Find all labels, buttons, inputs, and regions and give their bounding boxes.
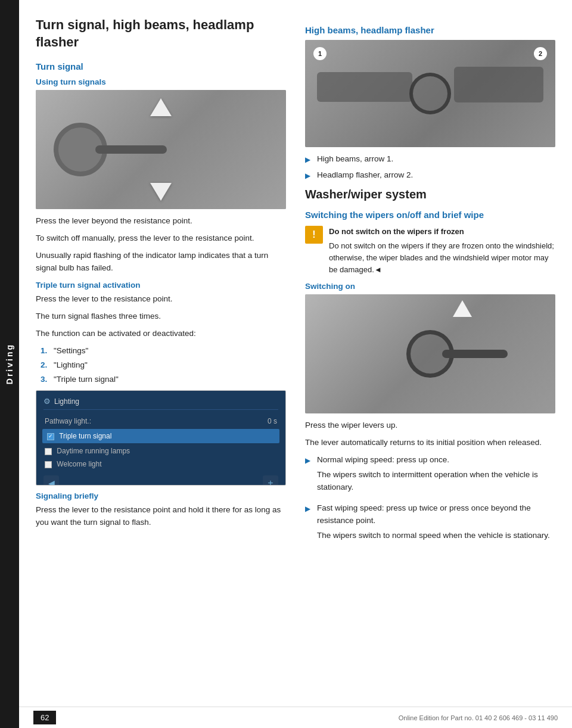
- warning-text-title: Do not switch on the wipers if frozen: [329, 226, 555, 238]
- switching-on-heading: Switching on: [305, 282, 555, 291]
- wiper-bullet-2: ▶ Fast wiping speed: press up twice or p…: [305, 502, 555, 547]
- subsection-using-turn-signals: Using turn signals: [36, 77, 286, 86]
- warning-icon: !: [305, 226, 323, 244]
- wiper-image-inner: [305, 294, 555, 413]
- screen-nav-left[interactable]: ◀: [43, 475, 59, 486]
- checkbox-empty-2: [45, 461, 52, 468]
- hb-image-inner: 1 2: [305, 40, 555, 147]
- list-item-3: 3. "Triple turn signal": [41, 374, 286, 385]
- wiper-bullet-1: ▶ Normal wiping speed: press up once. Th…: [305, 454, 555, 499]
- turn-signal-image-inner: [36, 90, 286, 209]
- hb-label-1: 1: [313, 47, 327, 60]
- high-beams-section: High beams, headlamp flasher 1 2 ▶ High …: [305, 25, 555, 182]
- triple-body1: Press the lever to the resistance point.: [36, 293, 286, 306]
- page-footer: 62 Online Edition for Part no. 01 40 2 6…: [19, 707, 572, 728]
- page-number: 62: [33, 711, 56, 724]
- triple-signal-label: Triple turn signal: [59, 432, 111, 440]
- daytime-row-content: Daytime running lamps: [45, 447, 130, 455]
- list-text-3: "Triple turn signal": [54, 374, 119, 385]
- hb-wheel-decor: [409, 73, 451, 114]
- list-num-1: 1.: [41, 345, 49, 357]
- screen-welcome-row: Welcome light: [43, 458, 278, 471]
- wiper-bullet-sub-2: The wipers switch to normal speed when t…: [317, 530, 555, 542]
- wiper-bullet-text-1: Normal wiping speed: press up once.: [317, 455, 449, 464]
- wiper-arrow-up-decor: [453, 300, 472, 317]
- hb-bullet-text-2: Headlamp flasher, arrow 2.: [317, 169, 413, 182]
- hb-col-decor-2: [454, 67, 543, 102]
- list-text-1: "Settings": [54, 345, 88, 357]
- screen-image: ⚙ Lighting Pathway light.: 0 s Triple tu…: [36, 390, 286, 486]
- warning-text-body: Do not switch on the wipers if they are …: [329, 240, 555, 276]
- list-text-2: "Lighting": [54, 359, 88, 371]
- wiper-main-heading: Washer/wiper system: [305, 188, 555, 201]
- sidebar-label: Driving: [5, 343, 14, 384]
- turn-signal-image: [36, 90, 286, 209]
- screen-triple-row: Triple turn signal: [47, 432, 275, 440]
- sidebar: Driving: [0, 0, 19, 728]
- high-beams-heading: High beams, headlamp flasher: [305, 25, 555, 35]
- triple-body2: The turn signal flashes three times.: [36, 310, 286, 323]
- section-turn-signal-heading: Turn signal: [36, 61, 286, 71]
- screen-row-pathway: Pathway light.: 0 s: [43, 415, 278, 428]
- wiper-image: [305, 294, 555, 413]
- arrow-down-decor: [150, 183, 172, 201]
- numbered-list: 1. "Settings" 2. "Lighting" 3. "Triple t…: [41, 345, 286, 386]
- screen-daytime-row: Daytime running lamps: [43, 444, 278, 458]
- turn-signal-body3: Unusually rapid flashing of the indicato…: [36, 250, 286, 275]
- screen-title: Lighting: [54, 397, 79, 406]
- screen-checkbox-checked: Triple turn signal: [47, 432, 111, 440]
- subsection-triple-activation: Triple turn signal activation: [36, 281, 286, 290]
- turn-signal-body2: To switch off manually, press the lever …: [36, 232, 286, 245]
- page-title: Turn signal, high beams, headlamp flashe…: [36, 17, 286, 51]
- bullet-arrow-icon-2: ▶: [305, 170, 312, 182]
- turn-signal-section: Turn signal Using turn signals Press the…: [36, 61, 286, 529]
- hb-label-2: 2: [534, 47, 547, 60]
- lever-stick-decor: [95, 145, 167, 154]
- left-column: Turn signal, high beams, headlamp flashe…: [36, 17, 286, 552]
- wiper-section: Washer/wiper system Switching the wipers…: [305, 188, 555, 547]
- wiper-bullet-text-2: Fast wiping speed: press up twice or pre…: [317, 503, 531, 525]
- wiper-body2: The lever automatically returns to its i…: [305, 437, 555, 449]
- screen-nav-plus[interactable]: +: [263, 475, 278, 486]
- wiper-bullet-content-2: Fast wiping speed: press up twice or pre…: [317, 502, 555, 547]
- screen-nav-row: ◀ +: [43, 475, 278, 486]
- welcome-row-content: Welcome light: [45, 460, 101, 468]
- screen-content: ⚙ Lighting Pathway light.: 0 s Triple tu…: [36, 391, 285, 485]
- subsection-signaling-briefly: Signaling briefly: [36, 491, 286, 500]
- wiper-bullet-list: ▶ Normal wiping speed: press up once. Th…: [305, 454, 555, 547]
- list-item-2: 2. "Lighting": [41, 359, 286, 371]
- triple-body3: The function can be activated or deactiv…: [36, 328, 286, 340]
- hb-bullet-list: ▶ High beams, arrow 1. ▶ Headlamp flashe…: [305, 153, 555, 182]
- hb-bullet-text-1: High beams, arrow 1.: [317, 153, 393, 166]
- list-num-3: 3.: [41, 374, 49, 385]
- pathway-value: 0 s: [268, 417, 277, 425]
- bullet-arrow-icon-1: ▶: [305, 154, 312, 166]
- hb-bullet-2: ▶ Headlamp flasher, arrow 2.: [305, 169, 555, 182]
- wiper-lever-decor: [442, 350, 508, 358]
- warning-content: Do not switch on the wipers if frozen Do…: [329, 226, 555, 276]
- hb-col-decor-1: [317, 72, 412, 102]
- warning-box: ! Do not switch on the wipers if frozen …: [305, 226, 555, 276]
- list-num-2: 2.: [41, 359, 49, 371]
- high-beams-image: 1 2: [305, 40, 555, 147]
- wiper-body1: Press the wiper levers up.: [305, 419, 555, 432]
- wiper-subheading: Switching the wipers on/off and brief wi…: [305, 210, 555, 220]
- pathway-label: Pathway light.:: [45, 417, 91, 425]
- turn-signal-body1: Press the lever beyond the resistance po…: [36, 215, 286, 228]
- screen-highlighted-row: Triple turn signal: [42, 429, 279, 443]
- checkbox-checked-icon: [47, 433, 54, 440]
- footer-info-text: Online Edition for Part no. 01 40 2 606 …: [399, 714, 558, 721]
- wiper-bullet-icon-2: ▶: [305, 503, 312, 515]
- daytime-label: Daytime running lamps: [57, 447, 130, 455]
- welcome-label: Welcome light: [57, 460, 101, 468]
- wiper-bullet-content-1: Normal wiping speed: press up once. The …: [317, 454, 555, 499]
- hb-bullet-1: ▶ High beams, arrow 1.: [305, 153, 555, 166]
- checkbox-empty-1: [45, 448, 52, 455]
- wiper-bullet-sub-1: The wipers switch to intermittent operat…: [317, 469, 555, 494]
- arrow-up-decor: [150, 98, 172, 116]
- main-content: Turn signal, high beams, headlamp flashe…: [19, 0, 572, 568]
- right-column: High beams, headlamp flasher 1 2 ▶ High …: [305, 17, 555, 552]
- screen-title-bar: ⚙ Lighting: [43, 397, 278, 410]
- wiper-bullet-icon-1: ▶: [305, 455, 312, 466]
- list-item-1: 1. "Settings": [41, 345, 286, 357]
